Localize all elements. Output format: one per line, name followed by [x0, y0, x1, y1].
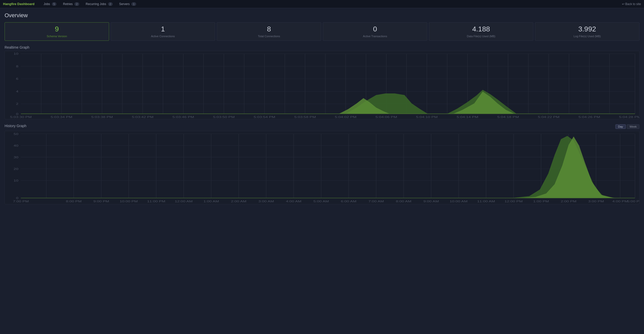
svg-marker-42 [21, 93, 635, 114]
svg-text:11:00 AM: 11:00 AM [477, 200, 495, 203]
nav-bar: Hangfire Dashboard Jobs 5 Retries 2 Recu… [0, 0, 644, 8]
nav-servers[interactable]: Servers 1 [116, 1, 139, 7]
history-week-button[interactable]: Week [627, 124, 639, 129]
svg-text:5:04:06 PM: 5:04:06 PM [375, 115, 397, 119]
stat-card-total-connections: 8 Total Connections [217, 22, 321, 41]
stat-label-schema: Schema Version [47, 35, 67, 38]
svg-text:2:00 AM: 2:00 AM [231, 200, 246, 203]
stat-cards: 9 Schema Version 1 Active Connections 8 … [5, 22, 639, 41]
stat-value-active-connections: 1 [114, 25, 211, 33]
svg-text:5:03:58 PM: 5:03:58 PM [294, 115, 316, 119]
svg-text:11:00 PM: 11:00 PM [147, 200, 165, 203]
svg-text:10:00 PM: 10:00 PM [120, 200, 138, 203]
svg-text:5:04:10 PM: 5:04:10 PM [416, 115, 438, 119]
stat-card-schema: 9 Schema Version [5, 22, 109, 41]
stat-label-active-transactions: Active Transactions [363, 35, 387, 38]
svg-text:8:00 AM: 8:00 AM [396, 200, 411, 203]
svg-text:5:04:28 PM: 5:04:28 PM [619, 115, 639, 119]
nav-jobs[interactable]: Jobs 5 [41, 1, 59, 7]
svg-text:5:03:46 PM: 5:03:46 PM [172, 115, 194, 119]
history-graph-buttons: Day Week [615, 124, 639, 129]
page-title: Overview [5, 12, 639, 19]
svg-text:20: 20 [14, 167, 18, 170]
svg-text:2: 2 [16, 103, 18, 106]
stat-label-log-files: Log File(s) Used (MB) [574, 35, 601, 38]
svg-text:2:00 PM: 2:00 PM [561, 200, 576, 203]
page-content: Overview 9 Schema Version 1 Active Conne… [0, 8, 644, 213]
history-graph-title: History Graph [5, 124, 26, 128]
svg-text:12:00 AM: 12:00 AM [175, 200, 193, 203]
nav-brand: Hangfire Dashboard [3, 2, 34, 6]
svg-text:1:00 PM: 1:00 PM [533, 200, 549, 203]
svg-text:10: 10 [14, 179, 18, 182]
svg-text:5:04:26 PM: 5:04:26 PM [578, 115, 600, 119]
svg-text:9:00 PM: 9:00 PM [93, 200, 109, 203]
stat-label-total-connections: Total Connections [258, 35, 280, 38]
svg-text:5:03:34 PM: 5:03:34 PM [51, 115, 72, 119]
svg-text:3:00 AM: 3:00 AM [258, 200, 274, 203]
svg-text:5:03:50 PM: 5:03:50 PM [213, 115, 235, 119]
svg-text:30: 30 [14, 156, 18, 159]
back-to-site-link[interactable]: ↩ Back to site [622, 2, 641, 6]
svg-text:4: 4 [16, 90, 18, 93]
history-chart: 50 40 30 20 10 0 7:00 PM 8:00 PM 9:00 PM… [5, 131, 639, 204]
stat-label-data-files: Data File(s) Used (MB) [467, 35, 495, 38]
realtime-chart: 10 8 6 4 2 0 5:03:30 PM 5:03:34 PM [5, 51, 639, 119]
svg-text:4:00 PM: 4:00 PM [612, 200, 628, 203]
stat-card-active-transactions: 0 Active Transactions [323, 22, 427, 41]
svg-text:7:00 AM: 7:00 AM [368, 200, 384, 203]
svg-text:7:00 PM: 7:00 PM [13, 200, 29, 203]
svg-text:6: 6 [16, 77, 18, 81]
svg-marker-45 [453, 92, 514, 114]
history-graph-section: History Graph Day Week [5, 124, 639, 204]
stat-label-active-connections: Active Connections [151, 35, 175, 38]
nav-recurring-jobs[interactable]: Recurring Jobs 2 [83, 1, 116, 7]
svg-text:8: 8 [16, 65, 18, 68]
svg-text:0: 0 [16, 112, 18, 115]
svg-text:5:03:30 PM: 5:03:30 PM [10, 115, 32, 119]
svg-text:5:03:54 PM: 5:03:54 PM [254, 115, 275, 119]
svg-text:5:04:14 PM: 5:04:14 PM [457, 115, 478, 119]
svg-text:5:00 AM: 5:00 AM [313, 200, 329, 203]
svg-text:10: 10 [14, 52, 18, 55]
svg-text:5:03:42 PM: 5:03:42 PM [132, 115, 153, 119]
stat-value-total-connections: 8 [220, 25, 317, 33]
svg-marker-44 [21, 90, 635, 114]
svg-text:9:00 AM: 9:00 AM [423, 200, 439, 203]
svg-text:4:00 AM: 4:00 AM [286, 200, 301, 203]
svg-text:6:00 AM: 6:00 AM [341, 200, 356, 203]
stat-card-data-files: 4.188 Data File(s) Used (MB) [429, 22, 533, 41]
svg-text:1:00 AM: 1:00 AM [204, 200, 219, 203]
history-graph-container: 50 40 30 20 10 0 7:00 PM 8:00 PM 9:00 PM… [5, 131, 639, 204]
nav-links: Jobs 5 Retries 2 Recurring Jobs 2 Server… [41, 1, 622, 7]
svg-text:50: 50 [14, 132, 18, 135]
svg-marker-98 [21, 136, 635, 198]
svg-text:0: 0 [16, 197, 18, 200]
stat-value-data-files: 4.188 [433, 25, 530, 33]
svg-text:3:00 PM: 3:00 PM [588, 200, 604, 203]
stat-value-log-files: 3.992 [539, 25, 636, 33]
realtime-graph-title: Realtime Graph [5, 45, 639, 49]
svg-text:5:00 PM: 5:00 PM [627, 200, 639, 203]
svg-text:40: 40 [14, 144, 18, 147]
stat-value-schema: 9 [8, 25, 105, 33]
history-day-button[interactable]: Day [615, 124, 626, 129]
svg-text:10:00 AM: 10:00 AM [450, 200, 468, 203]
svg-text:5:04:18 PM: 5:04:18 PM [497, 115, 519, 119]
realtime-graph-section: Realtime Graph [5, 45, 639, 119]
svg-text:5:03:38 PM: 5:03:38 PM [91, 115, 113, 119]
svg-text:5:04:02 PM: 5:04:02 PM [335, 115, 356, 119]
realtime-graph-container: 10 8 6 4 2 0 5:03:30 PM 5:03:34 PM [5, 51, 639, 119]
nav-retries[interactable]: Retries 2 [60, 1, 82, 7]
svg-text:12:00 PM: 12:00 PM [505, 200, 523, 203]
svg-text:5:04:22 PM: 5:04:22 PM [538, 115, 559, 119]
stat-value-active-transactions: 0 [327, 25, 424, 33]
svg-marker-43 [21, 98, 635, 114]
stat-card-active-connections: 1 Active Connections [111, 22, 215, 41]
svg-text:8:00 PM: 8:00 PM [66, 200, 82, 203]
stat-card-log-files: 3.992 Log File(s) Used (MB) [535, 22, 639, 41]
